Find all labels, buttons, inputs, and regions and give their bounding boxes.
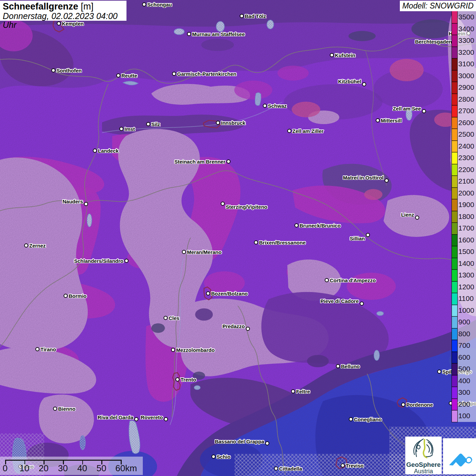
city-marker-murnau-am-staffelsee <box>187 32 191 36</box>
colorbar-value-900: 900 <box>457 316 476 328</box>
city-marker-garmisch-partenkirchen <box>172 72 176 76</box>
city-label-garmisch-partenkirchen: Garmisch-Partenkirchen <box>177 71 236 77</box>
scale-number-30: 30 <box>58 463 68 474</box>
city-label-bozen-bolzano: Bozen/Bolzano <box>211 291 248 296</box>
geosphere-name: GeoSphere <box>405 461 442 468</box>
city-marker-cortina-d-ampezzo <box>325 278 329 282</box>
city-label-berchtesgaden: Berchtesgaden <box>415 39 452 45</box>
title-text: Schneefallgrenze <box>3 1 78 12</box>
colorbar-segment-3400 <box>452 23 457 35</box>
colorbar-value-1000: 1000 <box>457 305 476 317</box>
city-label-innsbruck: Innsbruck <box>221 120 245 126</box>
colorbar-value-2700: 2700 <box>457 105 476 117</box>
city-label-reutte: Reutte <box>121 73 137 79</box>
colorbar-value-2100: 2100 <box>457 175 476 187</box>
colorbar-value-600: 600 <box>457 352 476 363</box>
city-label-rovereto: Rovereto <box>141 414 163 420</box>
scale-number-40: 40 <box>77 463 87 474</box>
colorbar-segment-1200 <box>452 281 457 293</box>
city-marker-bassano-del-grappa <box>265 441 269 445</box>
colorbar-value-1800: 1800 <box>457 211 476 223</box>
colorbar-value-1400: 1400 <box>457 258 476 270</box>
city-marker-riva-del-garda <box>134 417 138 421</box>
colorbar-segment-2800 <box>452 94 457 105</box>
city-label-matrei-in-osttirol: Matrei in Osttirol <box>343 175 384 181</box>
city-label-lienz: Lienz <box>401 212 414 218</box>
avalanche-report-icon <box>446 444 474 469</box>
colorbar-segment-1600 <box>452 234 457 246</box>
colorbar-segment-400 <box>452 375 457 387</box>
colorbar-segment-100 <box>452 410 457 422</box>
colorbar-segment-2700 <box>452 105 457 117</box>
city-marker-bozen-bolzano <box>206 291 210 295</box>
city-marker-schwaz <box>263 104 267 108</box>
city-label-treviso: Treviso <box>346 463 364 469</box>
city-label-murnau-am-staffelsee: Murnau am Staffelsee <box>192 31 245 37</box>
colorbar-segment-2200 <box>452 164 457 176</box>
city-marker-pordenone <box>401 403 405 407</box>
colorbar-value-1900: 1900 <box>457 199 476 211</box>
city-marker-schio <box>211 455 216 459</box>
page-title: Schneefallgrenze [m] <box>3 2 124 12</box>
colorbar-value-3500: 3500 <box>457 11 476 23</box>
colorbar-segment-1900 <box>452 199 457 211</box>
colorbar-value-2300: 2300 <box>457 152 476 164</box>
colorbar-value-3100: 3100 <box>457 58 476 70</box>
colorbar-value-300: 300 <box>457 387 476 398</box>
colorbar-value-200: 200 <box>457 398 476 410</box>
colorbar-value-500: 500 <box>457 363 476 375</box>
city-label-kitzb-hel: Kitzbühel <box>338 79 361 84</box>
city-label-schwaz: Schwaz <box>268 103 287 109</box>
avalanche-logo-box <box>443 438 476 474</box>
city-marker-treviso <box>341 463 345 468</box>
city-label-mezzolombardo: Mezzolombardo <box>176 347 215 353</box>
city-label-cortina-d-ampezzo: Cortina d'Ampezzo <box>330 277 376 283</box>
colorbar-value-1300: 1300 <box>457 269 476 281</box>
colorbar-segment-3000 <box>452 70 457 82</box>
city-label-trento: Trento <box>181 377 196 382</box>
city-marker-sonthofen <box>51 68 55 72</box>
title-box: Schneefallgrenze [m] Donnerstag, 02.02.2… <box>0 1 126 21</box>
scale-number-0: 0 <box>3 463 7 474</box>
colorbar-value-100: 100 <box>457 410 476 422</box>
colorbar-segment-900 <box>452 316 457 328</box>
city-marker-predazzo <box>246 327 250 331</box>
scale-number-50: 50 <box>97 463 106 474</box>
colorbar-segment-2400 <box>452 140 457 152</box>
geosphere-country: Austria <box>405 468 442 475</box>
city-label-bormio: Bormio <box>69 293 87 299</box>
city-label-cles: Cles <box>169 315 180 321</box>
colorbar-segment-2000 <box>452 187 457 199</box>
city-marker-zell-am-ziller <box>287 129 291 133</box>
colorbar-segment-600 <box>452 352 457 363</box>
colorbar-value-1500: 1500 <box>457 246 476 258</box>
city-label-schongau: Schongau <box>147 2 172 7</box>
colorbar-segment-300 <box>452 387 457 398</box>
city-marker-spilimbergo <box>437 370 441 374</box>
city-label-brixen-bressanone: Brixen/Bressanone <box>259 240 306 245</box>
city-marker-mittersill <box>376 118 380 122</box>
colorbar-value-3400: 3400 <box>457 23 476 35</box>
city-marker-silz <box>146 122 150 126</box>
city-label-predazzo: Predazzo <box>222 323 245 329</box>
city-label-bienno: Bienno <box>58 406 75 412</box>
geosphere-logo-box: GeoSphere Austria <box>405 437 442 474</box>
city-marker-feltre <box>291 389 295 393</box>
city-label-imst: Imst <box>124 126 135 132</box>
city-label-bruneck-brunico: Bruneck/Brunico <box>300 223 341 228</box>
title-unit: [m] <box>81 1 94 12</box>
colorbar-value-2000: 2000 <box>457 187 476 199</box>
city-marker-lienz <box>415 216 419 220</box>
city-label-steinach-am-brenner: Steinach am Brenner <box>174 159 225 165</box>
city-marker-rovereto <box>164 417 168 421</box>
city-marker-bormio <box>64 294 68 298</box>
weather-map-page: SchongauBad TölzKemptenMurnau am Staffel… <box>0 0 476 476</box>
city-marker-brixen-bressanone <box>254 240 258 244</box>
colorbar-strip <box>452 11 458 422</box>
colorbar-value-3000: 3000 <box>457 70 476 82</box>
city-label-mittersill: Mittersill <box>381 118 402 123</box>
scale-number-20: 20 <box>39 463 49 474</box>
city-label-landeck: Landeck <box>98 148 119 154</box>
city-marker-sillian <box>366 233 370 237</box>
city-marker-zell-am-see <box>422 109 426 113</box>
